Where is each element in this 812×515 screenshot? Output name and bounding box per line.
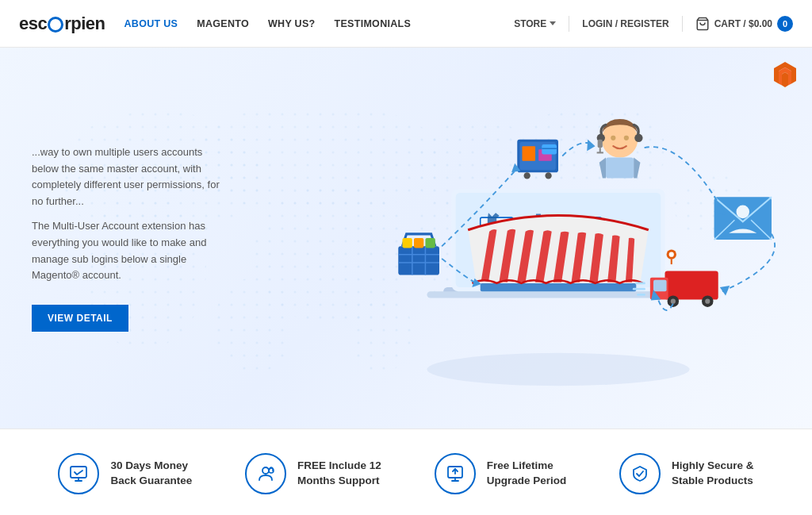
magento-brand-icon (771, 60, 799, 94)
header-divider-2 (682, 16, 683, 32)
feature-item-upgrade: Free Lifetime Upgrade Period (435, 453, 567, 494)
svg-point-59 (634, 134, 642, 142)
svg-point-52 (545, 172, 551, 179)
cart-count-badge: 0 (777, 16, 793, 32)
features-section: 30 Days Money Back Guarantee FREE Includ… (0, 429, 812, 515)
svg-point-56 (736, 206, 749, 219)
secure-icon-circle (619, 453, 661, 494)
svg-rect-53 (542, 144, 557, 154)
feature-text-support: FREE Include 12 Months Support (297, 459, 381, 489)
svg-rect-46 (425, 238, 435, 248)
logo-icon (48, 17, 63, 33)
svg-rect-49 (522, 146, 535, 161)
nav-item-about[interactable]: ABOUT US (124, 18, 178, 29)
cart-icon (695, 17, 710, 31)
view-detail-button[interactable]: VIEW DETAIL (32, 305, 128, 332)
site-header: escrpien ABOUT US MAGENTO WHY US? TESTIM… (0, 0, 812, 48)
feature-item-support: FREE Include 12 Months Support (245, 453, 381, 494)
hero-paragraph-1: ...way to own multiple users accounts be… (32, 144, 222, 210)
main-nav: ABOUT US MAGENTO WHY US? TESTIMONIALS (124, 18, 412, 29)
shield-secure-icon (630, 464, 649, 483)
monitor-guarantee-icon (69, 464, 88, 483)
nav-item-testimonials[interactable]: TESTIMONIALS (334, 18, 411, 29)
feature-item-secure: Highly Secure & Stable Products (619, 453, 754, 494)
svg-rect-31 (653, 280, 667, 291)
svg-rect-39 (398, 246, 439, 275)
logo-text-before: esc (19, 13, 47, 34)
magento-icon-svg (771, 60, 799, 89)
upgrade-icon-circle (435, 453, 476, 494)
login-register-button[interactable]: LOGIN / REGISTER (582, 18, 668, 29)
svg-point-16 (427, 353, 689, 386)
upload-upgrade-icon (446, 464, 465, 483)
feature-item-guarantee: 30 Days Money Back Guarantee (58, 453, 192, 494)
header-left: escrpien ABOUT US MAGENTO WHY US? TESTIM… (19, 13, 411, 34)
cart-button[interactable]: CART / $0.00 0 (695, 16, 793, 32)
guarantee-icon-circle (58, 453, 99, 494)
svg-rect-72 (71, 467, 86, 478)
svg-rect-25 (481, 283, 637, 291)
feature-text-secure: Highly Secure & Stable Products (672, 459, 754, 489)
svg-rect-44 (402, 238, 412, 248)
logo[interactable]: escrpien (19, 13, 105, 34)
header-divider (569, 16, 569, 32)
logo-text-after: rpien (64, 13, 105, 34)
svg-marker-70 (587, 140, 595, 151)
store-button[interactable]: STORE (514, 18, 556, 29)
feature-text-guarantee: 30 Days Money Back Guarantee (110, 459, 192, 489)
hero-section: ...way to own multiple users accounts be… (0, 48, 812, 429)
nav-item-whyus[interactable]: WHY US? (268, 18, 316, 29)
svg-point-63 (611, 136, 615, 140)
svg-point-64 (624, 136, 629, 140)
chevron-down-icon (550, 21, 556, 25)
svg-rect-65 (606, 158, 634, 179)
svg-marker-67 (720, 286, 730, 295)
svg-rect-60 (598, 140, 603, 148)
svg-marker-15 (782, 72, 788, 87)
hero-content: ...way to own multiple users accounts be… (0, 113, 254, 363)
nav-item-magento[interactable]: MAGENTO (197, 18, 249, 29)
svg-rect-29 (665, 271, 718, 299)
feature-text-upgrade: Free Lifetime Upgrade Period (487, 459, 567, 489)
ecommerce-illustration (320, 71, 796, 405)
svg-point-75 (262, 467, 269, 474)
svg-point-27 (669, 252, 674, 257)
header-right: STORE LOGIN / REGISTER CART / $0.00 0 (514, 16, 793, 32)
person-support-icon (256, 464, 275, 483)
svg-rect-45 (414, 238, 423, 248)
hero-paragraph-2: The Multi-User Account extension has eve… (32, 218, 222, 284)
hero-text-block: ...way to own multiple users accounts be… (32, 144, 222, 284)
support-icon-circle (245, 453, 286, 494)
cart-label: CART / $0.00 (714, 18, 772, 29)
svg-point-51 (524, 172, 530, 179)
svg-point-33 (671, 299, 676, 304)
hero-illustration (320, 71, 796, 405)
svg-point-35 (705, 299, 710, 304)
